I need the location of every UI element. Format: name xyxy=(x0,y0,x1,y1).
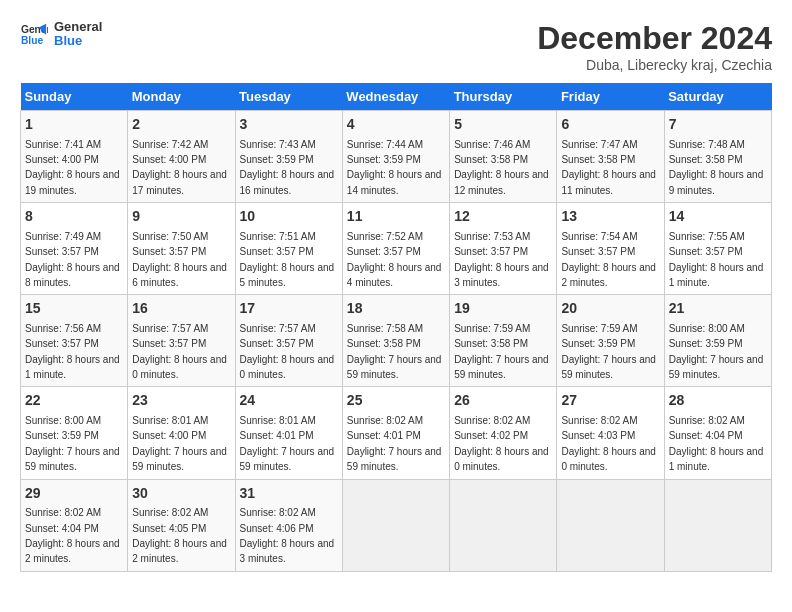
day-cell: 3Sunrise: 7:43 AM Sunset: 3:59 PM Daylig… xyxy=(235,111,342,203)
day-number: 8 xyxy=(25,207,123,227)
day-info: Sunrise: 7:49 AM Sunset: 3:57 PM Dayligh… xyxy=(25,231,120,288)
day-number: 5 xyxy=(454,115,552,135)
day-number: 12 xyxy=(454,207,552,227)
day-number: 19 xyxy=(454,299,552,319)
day-number: 16 xyxy=(132,299,230,319)
day-info: Sunrise: 7:48 AM Sunset: 3:58 PM Dayligh… xyxy=(669,139,764,196)
day-cell: 28Sunrise: 8:02 AM Sunset: 4:04 PM Dayli… xyxy=(664,387,771,479)
title-area: December 2024 Duba, Liberecky kraj, Czec… xyxy=(537,20,772,73)
day-cell: 19Sunrise: 7:59 AM Sunset: 3:58 PM Dayli… xyxy=(450,295,557,387)
day-cell: 9Sunrise: 7:50 AM Sunset: 3:57 PM Daylig… xyxy=(128,203,235,295)
day-info: Sunrise: 8:02 AM Sunset: 4:05 PM Dayligh… xyxy=(132,507,227,564)
logo-icon: General Blue xyxy=(20,20,48,48)
column-header-thursday: Thursday xyxy=(450,83,557,111)
day-number: 28 xyxy=(669,391,767,411)
day-number: 1 xyxy=(25,115,123,135)
day-cell: 25Sunrise: 8:02 AM Sunset: 4:01 PM Dayli… xyxy=(342,387,449,479)
day-info: Sunrise: 7:54 AM Sunset: 3:57 PM Dayligh… xyxy=(561,231,656,288)
day-info: Sunrise: 7:47 AM Sunset: 3:58 PM Dayligh… xyxy=(561,139,656,196)
day-number: 20 xyxy=(561,299,659,319)
day-cell: 14Sunrise: 7:55 AM Sunset: 3:57 PM Dayli… xyxy=(664,203,771,295)
day-info: Sunrise: 7:55 AM Sunset: 3:57 PM Dayligh… xyxy=(669,231,764,288)
day-number: 9 xyxy=(132,207,230,227)
day-number: 3 xyxy=(240,115,338,135)
day-cell xyxy=(557,479,664,571)
column-header-friday: Friday xyxy=(557,83,664,111)
day-info: Sunrise: 7:46 AM Sunset: 3:58 PM Dayligh… xyxy=(454,139,549,196)
day-cell xyxy=(664,479,771,571)
day-number: 23 xyxy=(132,391,230,411)
logo-line2: Blue xyxy=(54,34,102,48)
day-number: 29 xyxy=(25,484,123,504)
day-cell: 24Sunrise: 8:01 AM Sunset: 4:01 PM Dayli… xyxy=(235,387,342,479)
day-number: 10 xyxy=(240,207,338,227)
day-info: Sunrise: 7:56 AM Sunset: 3:57 PM Dayligh… xyxy=(25,323,120,380)
week-row-3: 15Sunrise: 7:56 AM Sunset: 3:57 PM Dayli… xyxy=(21,295,772,387)
day-info: Sunrise: 7:44 AM Sunset: 3:59 PM Dayligh… xyxy=(347,139,442,196)
day-info: Sunrise: 8:00 AM Sunset: 3:59 PM Dayligh… xyxy=(669,323,764,380)
day-info: Sunrise: 8:01 AM Sunset: 4:01 PM Dayligh… xyxy=(240,415,335,472)
day-info: Sunrise: 7:41 AM Sunset: 4:00 PM Dayligh… xyxy=(25,139,120,196)
day-cell: 10Sunrise: 7:51 AM Sunset: 3:57 PM Dayli… xyxy=(235,203,342,295)
day-number: 22 xyxy=(25,391,123,411)
day-number: 11 xyxy=(347,207,445,227)
day-info: Sunrise: 7:57 AM Sunset: 3:57 PM Dayligh… xyxy=(132,323,227,380)
day-number: 18 xyxy=(347,299,445,319)
calendar-header-row: SundayMondayTuesdayWednesdayThursdayFrid… xyxy=(21,83,772,111)
day-info: Sunrise: 8:01 AM Sunset: 4:00 PM Dayligh… xyxy=(132,415,227,472)
month-title: December 2024 xyxy=(537,20,772,57)
calendar-table: SundayMondayTuesdayWednesdayThursdayFrid… xyxy=(20,83,772,572)
day-number: 27 xyxy=(561,391,659,411)
day-cell: 4Sunrise: 7:44 AM Sunset: 3:59 PM Daylig… xyxy=(342,111,449,203)
day-info: Sunrise: 7:43 AM Sunset: 3:59 PM Dayligh… xyxy=(240,139,335,196)
day-cell: 12Sunrise: 7:53 AM Sunset: 3:57 PM Dayli… xyxy=(450,203,557,295)
day-cell: 29Sunrise: 8:02 AM Sunset: 4:04 PM Dayli… xyxy=(21,479,128,571)
day-cell: 6Sunrise: 7:47 AM Sunset: 3:58 PM Daylig… xyxy=(557,111,664,203)
day-cell xyxy=(450,479,557,571)
day-info: Sunrise: 8:00 AM Sunset: 3:59 PM Dayligh… xyxy=(25,415,120,472)
day-cell: 1Sunrise: 7:41 AM Sunset: 4:00 PM Daylig… xyxy=(21,111,128,203)
day-info: Sunrise: 7:50 AM Sunset: 3:57 PM Dayligh… xyxy=(132,231,227,288)
day-number: 14 xyxy=(669,207,767,227)
day-cell: 2Sunrise: 7:42 AM Sunset: 4:00 PM Daylig… xyxy=(128,111,235,203)
logo: General Blue General Blue xyxy=(20,20,102,49)
day-number: 30 xyxy=(132,484,230,504)
day-cell: 16Sunrise: 7:57 AM Sunset: 3:57 PM Dayli… xyxy=(128,295,235,387)
day-cell: 26Sunrise: 8:02 AM Sunset: 4:02 PM Dayli… xyxy=(450,387,557,479)
day-number: 21 xyxy=(669,299,767,319)
day-number: 13 xyxy=(561,207,659,227)
day-cell: 17Sunrise: 7:57 AM Sunset: 3:57 PM Dayli… xyxy=(235,295,342,387)
day-info: Sunrise: 8:02 AM Sunset: 4:03 PM Dayligh… xyxy=(561,415,656,472)
day-cell: 30Sunrise: 8:02 AM Sunset: 4:05 PM Dayli… xyxy=(128,479,235,571)
svg-text:Blue: Blue xyxy=(21,36,44,47)
day-cell: 21Sunrise: 8:00 AM Sunset: 3:59 PM Dayli… xyxy=(664,295,771,387)
day-info: Sunrise: 8:02 AM Sunset: 4:04 PM Dayligh… xyxy=(669,415,764,472)
day-info: Sunrise: 8:02 AM Sunset: 4:02 PM Dayligh… xyxy=(454,415,549,472)
page-header: General Blue General Blue December 2024 … xyxy=(20,20,772,73)
column-header-monday: Monday xyxy=(128,83,235,111)
day-cell: 23Sunrise: 8:01 AM Sunset: 4:00 PM Dayli… xyxy=(128,387,235,479)
week-row-5: 29Sunrise: 8:02 AM Sunset: 4:04 PM Dayli… xyxy=(21,479,772,571)
day-cell: 11Sunrise: 7:52 AM Sunset: 3:57 PM Dayli… xyxy=(342,203,449,295)
day-cell: 31Sunrise: 8:02 AM Sunset: 4:06 PM Dayli… xyxy=(235,479,342,571)
day-number: 6 xyxy=(561,115,659,135)
day-info: Sunrise: 8:02 AM Sunset: 4:06 PM Dayligh… xyxy=(240,507,335,564)
day-info: Sunrise: 7:59 AM Sunset: 3:59 PM Dayligh… xyxy=(561,323,656,380)
day-cell: 5Sunrise: 7:46 AM Sunset: 3:58 PM Daylig… xyxy=(450,111,557,203)
column-header-sunday: Sunday xyxy=(21,83,128,111)
day-cell xyxy=(342,479,449,571)
day-info: Sunrise: 7:51 AM Sunset: 3:57 PM Dayligh… xyxy=(240,231,335,288)
day-cell: 8Sunrise: 7:49 AM Sunset: 3:57 PM Daylig… xyxy=(21,203,128,295)
column-header-saturday: Saturday xyxy=(664,83,771,111)
day-number: 26 xyxy=(454,391,552,411)
day-number: 4 xyxy=(347,115,445,135)
day-cell: 22Sunrise: 8:00 AM Sunset: 3:59 PM Dayli… xyxy=(21,387,128,479)
day-number: 31 xyxy=(240,484,338,504)
day-info: Sunrise: 8:02 AM Sunset: 4:04 PM Dayligh… xyxy=(25,507,120,564)
day-info: Sunrise: 7:57 AM Sunset: 3:57 PM Dayligh… xyxy=(240,323,335,380)
day-cell: 18Sunrise: 7:58 AM Sunset: 3:58 PM Dayli… xyxy=(342,295,449,387)
day-cell: 27Sunrise: 8:02 AM Sunset: 4:03 PM Dayli… xyxy=(557,387,664,479)
day-cell: 13Sunrise: 7:54 AM Sunset: 3:57 PM Dayli… xyxy=(557,203,664,295)
day-number: 2 xyxy=(132,115,230,135)
day-cell: 20Sunrise: 7:59 AM Sunset: 3:59 PM Dayli… xyxy=(557,295,664,387)
